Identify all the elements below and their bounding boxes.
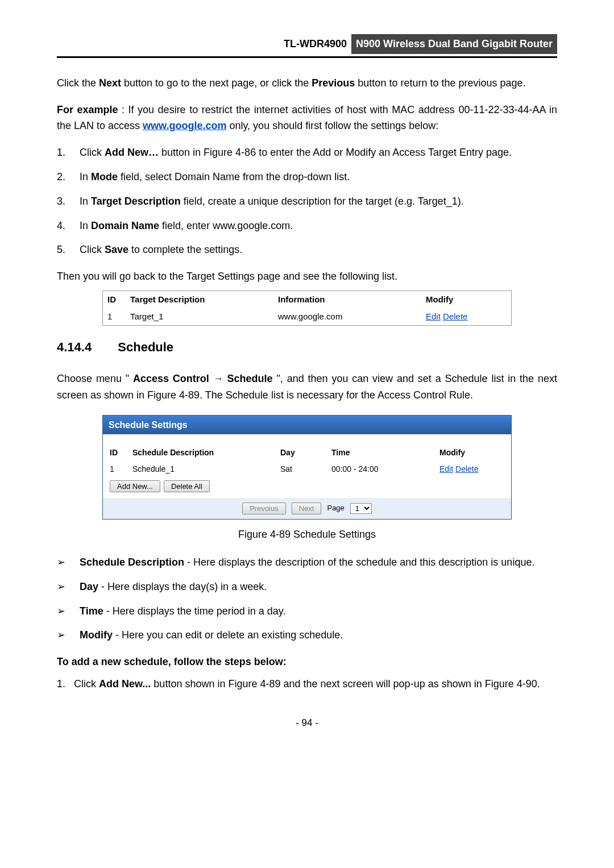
schedule-settings-wrap: Schedule Settings ID Schedule Descriptio… <box>57 415 557 520</box>
header-bar: TL-WDR4900 N900 Wireless Dual Band Gigab… <box>57 34 557 58</box>
text: - Here displays the day(s) in a week. <box>101 581 267 592</box>
step-2: In Mode field, select Domain Name from t… <box>57 169 557 185</box>
add-new-bold: Add New… <box>105 147 159 158</box>
text: Choose menu " <box>57 373 129 384</box>
col-sched-desc: Schedule Description <box>132 446 280 459</box>
next-button[interactable]: Next <box>292 502 322 514</box>
cell-id: 1 <box>110 463 132 475</box>
bullet-day: Day - Here displays the day(s) in a week… <box>57 579 557 595</box>
text: ", and then you can view and set a Sched… <box>57 373 557 401</box>
page-select[interactable]: 1 <box>350 503 372 514</box>
text: button to return to the previous page. <box>358 77 525 89</box>
target-desc-bold: Target Description <box>91 196 181 207</box>
text: button shown in Figure 4-89 and the next… <box>154 678 540 690</box>
schedule-settings-title: Schedule Settings <box>103 416 511 435</box>
col-day: Day <box>280 446 331 459</box>
arrow-icon: → <box>213 373 227 384</box>
delete-all-button[interactable]: Delete All <box>164 480 210 492</box>
text: field, enter www.google.com. <box>162 220 293 231</box>
text: In <box>80 171 91 182</box>
step-1: Click Add New… button in Figure 4-86 to … <box>57 144 557 161</box>
mode-bold: Mode <box>91 171 118 182</box>
button-row: Add New... Delete All <box>110 480 504 492</box>
text: In <box>80 220 91 231</box>
page-label: Page <box>327 502 344 514</box>
cell-time: 00:00 - 24:00 <box>331 463 439 475</box>
text: - Here displays the time period in a day… <box>106 605 286 617</box>
cell-day: Sat <box>280 463 331 475</box>
for-example-bold: For example <box>57 104 118 115</box>
schedule-header-row: ID Schedule Description Day Time Modify <box>110 445 504 460</box>
cell-modify: Edit Delete <box>426 310 507 323</box>
product-label: N900 Wireless Dual Band Gigabit Router <box>351 34 557 54</box>
cell-target-desc: Target_1 <box>130 310 278 323</box>
domain-name-bold: Domain Name <box>91 220 159 231</box>
delete-link[interactable]: Delete <box>443 312 467 321</box>
access-control-bold: Access Control <box>133 373 209 384</box>
add-new-button[interactable]: Add New... <box>110 480 160 492</box>
cell-information: www.google.com <box>278 310 426 323</box>
col-information: Information <box>278 293 426 306</box>
col-target-desc: Target Description <box>130 293 278 306</box>
step2-1: Click Add New... button shown in Figure … <box>57 676 557 692</box>
text: only, you should first follow the settin… <box>229 120 438 131</box>
model-label: TL-WDR4900 <box>284 36 347 52</box>
schedule-settings-panel: Schedule Settings ID Schedule Descriptio… <box>102 415 512 520</box>
to-add-bold: To add a new schedule, follow the steps … <box>57 656 287 667</box>
bullet-time: Time - Here displays the time period in … <box>57 603 557 620</box>
bullet-modify: Modify - Here you can edit or delete an … <box>57 627 557 643</box>
cell-sched-desc: Schedule_1 <box>132 463 280 475</box>
bullet-list: Schedule Description - Here displays the… <box>57 554 557 643</box>
text: Click <box>74 678 99 690</box>
table-header-row: ID Target Description Information Modify <box>103 291 511 308</box>
paragraph-back-to-target: Then you will go back to the Target Sett… <box>57 268 557 285</box>
figure-caption: Figure 4-89 Schedule Settings <box>57 526 557 543</box>
google-link[interactable]: www.google.com <box>143 120 226 131</box>
schedule-row: 1 Schedule_1 Sat 00:00 - 24:00 Edit Dele… <box>110 461 504 477</box>
step-4: In Domain Name field, enter www.google.c… <box>57 218 557 234</box>
text: Click <box>80 147 105 158</box>
step-5: Click Save to complete the settings. <box>57 242 557 258</box>
delete-link[interactable]: Delete <box>455 464 478 474</box>
steps-list-1: Click Add New… button in Figure 4-86 to … <box>57 144 557 258</box>
section-title: Schedule <box>118 340 173 354</box>
edit-link[interactable]: Edit <box>426 312 441 321</box>
edit-link[interactable]: Edit <box>439 464 453 474</box>
text: button in Figure 4-86 to enter the Add o… <box>161 147 512 158</box>
table-row: 1 Target_1 www.google.com Edit Delete <box>103 308 511 325</box>
paragraph-to-add: To add a new schedule, follow the steps … <box>57 654 557 670</box>
col-id: ID <box>107 293 130 306</box>
text: Click <box>80 244 105 255</box>
text: field, select Domain Name from the drop-… <box>121 171 350 182</box>
schedule-bold: Schedule <box>227 373 273 384</box>
text: field, create a unique description for t… <box>184 196 464 207</box>
col-modify: Modify <box>439 446 504 459</box>
target-table: ID Target Description Information Modify… <box>102 290 512 326</box>
bold: Schedule Description <box>80 556 184 568</box>
target-table-wrap: ID Target Description Information Modify… <box>57 290 557 326</box>
page-number: - 94 - <box>57 715 557 730</box>
paragraph-choose-menu: Choose menu " Access Control → Schedule … <box>57 371 557 404</box>
cell-id: 1 <box>107 310 130 323</box>
col-modify: Modify <box>426 293 507 306</box>
text: In <box>80 196 91 207</box>
bold: Time <box>80 605 103 617</box>
section-number: 4.14.4 <box>57 340 92 354</box>
col-time: Time <box>331 446 439 459</box>
step-3: In Target Description field, create a un… <box>57 193 557 210</box>
text: to complete the settings. <box>131 244 242 255</box>
text: - Here you can edit or delete an existin… <box>115 629 343 641</box>
cell-modify: Edit Delete <box>439 463 504 475</box>
save-bold: Save <box>105 244 128 255</box>
paragraph-example: For example : If you desire to restrict … <box>57 102 557 135</box>
steps-list-2: Click Add New... button shown in Figure … <box>57 676 557 692</box>
previous-button[interactable]: Prevoius <box>242 502 286 514</box>
text: button to go to the next page, or click … <box>124 77 312 89</box>
bold: Day <box>80 581 98 592</box>
col-id: ID <box>110 446 132 459</box>
bold: Modify <box>80 629 113 641</box>
section-heading-schedule: 4.14.4 Schedule <box>57 337 557 357</box>
add-new-bold-2: Add New... <box>99 678 151 690</box>
next-bold: Next <box>99 77 121 89</box>
previous-bold: Previous <box>312 77 355 89</box>
